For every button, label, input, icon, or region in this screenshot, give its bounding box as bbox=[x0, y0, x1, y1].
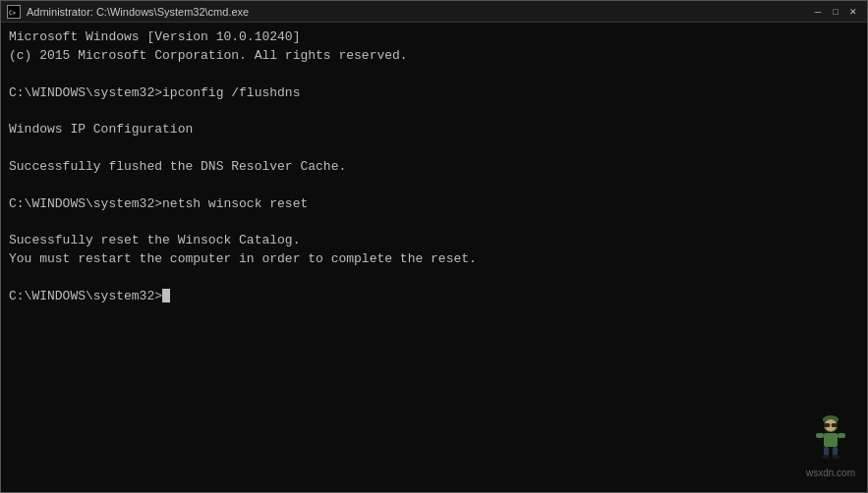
terminal-line: C:\WINDOWS\system32> bbox=[9, 288, 859, 306]
svg-rect-8 bbox=[816, 433, 824, 438]
terminal-line bbox=[9, 269, 859, 288]
terminal-line bbox=[9, 213, 859, 232]
title-bar-text: Administrator: C:\Windows\System32\cmd.e… bbox=[27, 6, 810, 18]
terminal-line bbox=[9, 66, 859, 84]
svg-rect-4 bbox=[824, 423, 830, 427]
cursor bbox=[162, 289, 170, 302]
svg-rect-9 bbox=[838, 433, 845, 438]
terminal-line bbox=[9, 177, 859, 195]
title-bar: Administrator: C:\Windows\System32\cmd.e… bbox=[1, 1, 867, 23]
title-bar-controls: ─ □ ✕ bbox=[810, 4, 861, 20]
terminal-line: C:\WINDOWS\system32>netsh winsock reset bbox=[9, 195, 859, 214]
terminal-line: Successfully flushed the DNS Resolver Ca… bbox=[9, 158, 859, 177]
svg-rect-7 bbox=[824, 433, 838, 447]
terminal-line: Sucessfully reset the Winsock Catalog. bbox=[9, 232, 859, 250]
watermark-figure bbox=[811, 415, 850, 465]
terminal-line bbox=[9, 139, 859, 158]
cmd-window: Administrator: C:\Windows\System32\cmd.e… bbox=[0, 0, 868, 493]
terminal-output: Microsoft Windows [Version 10.0.10240](c… bbox=[9, 28, 859, 306]
terminal-line: C:\WINDOWS\system32>ipconfig /flushdns bbox=[9, 84, 859, 103]
terminal-line: You must restart the computer in order t… bbox=[9, 250, 859, 269]
svg-point-12 bbox=[822, 455, 830, 459]
terminal-line: Windows IP Configuration bbox=[9, 121, 859, 139]
watermark: wsxdn.com bbox=[806, 415, 855, 481]
watermark-site-text: wsxdn.com bbox=[806, 466, 855, 481]
terminal-body[interactable]: Microsoft Windows [Version 10.0.10240](c… bbox=[1, 23, 867, 492]
svg-point-13 bbox=[832, 455, 839, 459]
maximize-button[interactable]: □ bbox=[828, 4, 843, 20]
terminal-line: Microsoft Windows [Version 10.0.10240] bbox=[9, 28, 859, 47]
svg-rect-5 bbox=[832, 423, 838, 427]
close-button[interactable]: ✕ bbox=[845, 4, 861, 20]
terminal-line bbox=[9, 102, 859, 121]
terminal-line: (c) 2015 Microsoft Corporation. All righ… bbox=[9, 47, 859, 66]
minimize-button[interactable]: ─ bbox=[810, 4, 826, 20]
cmd-icon bbox=[7, 5, 21, 19]
